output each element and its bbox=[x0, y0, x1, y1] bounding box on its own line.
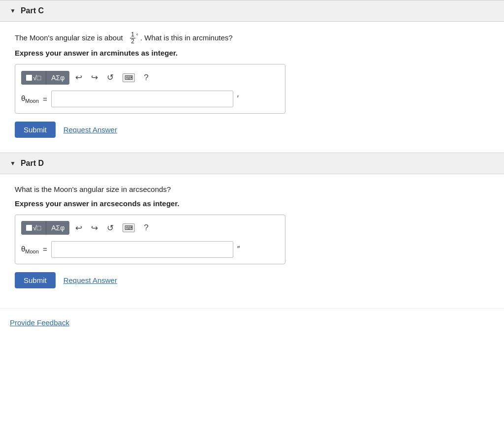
part-d-instruction: Express your answer in arcseconds as int… bbox=[15, 199, 489, 208]
part-c-request-answer-link[interactable]: Request Answer bbox=[63, 125, 117, 134]
fraction-denominator: 2 bbox=[130, 38, 135, 45]
part-c-content: The Moon's angular size is about 1 2 ° .… bbox=[0, 22, 504, 153]
part-c-theta-sub: Moon bbox=[25, 98, 39, 104]
part-d-greek-btn[interactable]: ΑΣφ bbox=[46, 221, 69, 235]
part-d-redo-btn[interactable]: ↪ bbox=[88, 221, 101, 235]
part-c-keyboard-btn[interactable]: ⌨ bbox=[120, 71, 138, 84]
part-d-content: What is the Moon's angular size in arcse… bbox=[0, 174, 504, 303]
part-c-instruction: Express your answer in arcminutes as int… bbox=[15, 49, 489, 57]
part-d-help-btn[interactable]: ? bbox=[141, 221, 151, 235]
part-d-answer-input[interactable] bbox=[51, 241, 233, 258]
part-d-label: Part D bbox=[21, 159, 44, 168]
part-c-equals: = bbox=[43, 95, 47, 103]
greek-symbol: ΑΣφ bbox=[51, 224, 64, 232]
part-d-chevron[interactable]: ▼ bbox=[10, 160, 16, 167]
part-c-help-btn[interactable]: ? bbox=[141, 71, 151, 85]
part-c-section: ▼ Part C The Moon's angular size is abou… bbox=[0, 0, 504, 153]
part-c-theta-label: θMoon bbox=[21, 94, 39, 104]
part-d-equals: = bbox=[43, 245, 47, 253]
part-c-chevron[interactable]: ▼ bbox=[10, 7, 16, 14]
part-d-toolbar: √□ ΑΣφ ↩ ↪ ↺ ⌨ ? bbox=[21, 221, 279, 235]
part-c-unit: ′ bbox=[237, 94, 239, 103]
part-c-question: The Moon's angular size is about 1 2 ° .… bbox=[15, 31, 489, 45]
part-c-action-row: Submit Request Answer bbox=[15, 122, 489, 138]
part-c-label: Part C bbox=[21, 6, 44, 15]
part-c-answer-row: θMoon = ′ bbox=[21, 91, 279, 107]
keyboard-icon: ⌨ bbox=[123, 223, 135, 232]
part-c-refresh-btn[interactable]: ↺ bbox=[104, 70, 117, 85]
fraction: 1 2 bbox=[130, 31, 135, 45]
part-c-answer-input[interactable] bbox=[51, 91, 233, 107]
degree-symbol: ° bbox=[136, 33, 138, 38]
part-c-redo-btn[interactable]: ↪ bbox=[88, 70, 101, 85]
part-d-submit-btn[interactable]: Submit bbox=[15, 272, 56, 288]
part-d-math-input-box: √□ ΑΣφ ↩ ↪ ↺ ⌨ ? θMoon = bbox=[15, 215, 285, 264]
part-d-section: ▼ Part D What is the Moon's angular size… bbox=[0, 153, 504, 303]
part-d-theta-sub: Moon bbox=[25, 249, 39, 254]
part-c-submit-btn[interactable]: Submit bbox=[15, 122, 56, 138]
part-d-question: What is the Moon's angular size in arcse… bbox=[15, 184, 489, 195]
provide-feedback-link[interactable]: Provide Feedback bbox=[10, 318, 69, 327]
part-d-matrix-btn[interactable]: √□ bbox=[21, 221, 46, 235]
sqrt-symbol: √□ bbox=[33, 74, 41, 82]
part-d-refresh-btn[interactable]: ↺ bbox=[104, 221, 117, 235]
part-c-math-input-box: √□ ΑΣφ ↩ ↪ ↺ ⌨ ? θMoon = bbox=[15, 64, 285, 114]
part-d-theta-label: θMoon bbox=[21, 245, 39, 254]
part-c-header: ▼ Part C bbox=[0, 0, 504, 22]
part-d-header: ▼ Part D bbox=[0, 153, 504, 174]
feedback-footer: Provide Feedback bbox=[0, 308, 504, 342]
square-icon bbox=[26, 75, 32, 81]
part-d-keyboard-btn[interactable]: ⌨ bbox=[120, 221, 138, 234]
part-d-undo-btn[interactable]: ↩ bbox=[72, 221, 85, 235]
part-c-matrix-btn[interactable]: √□ bbox=[21, 71, 46, 85]
greek-symbol: ΑΣφ bbox=[51, 74, 64, 82]
part-c-toolbar: √□ ΑΣφ ↩ ↪ ↺ ⌨ ? bbox=[21, 70, 279, 85]
part-c-undo-btn[interactable]: ↩ bbox=[72, 70, 85, 85]
part-d-request-answer-link[interactable]: Request Answer bbox=[63, 276, 117, 284]
fraction-numerator: 1 bbox=[130, 31, 135, 38]
part-d-action-row: Submit Request Answer bbox=[15, 272, 489, 288]
sqrt-symbol: √□ bbox=[33, 224, 41, 232]
part-d-answer-row: θMoon = ″ bbox=[21, 241, 279, 258]
keyboard-icon: ⌨ bbox=[123, 73, 135, 82]
part-c-greek-btn[interactable]: ΑΣφ bbox=[46, 71, 69, 85]
part-c-btn-group-1: √□ ΑΣφ bbox=[21, 71, 69, 85]
square-icon bbox=[26, 225, 32, 231]
part-d-unit: ″ bbox=[237, 245, 240, 254]
part-d-btn-group-1: √□ ΑΣφ bbox=[21, 221, 69, 235]
